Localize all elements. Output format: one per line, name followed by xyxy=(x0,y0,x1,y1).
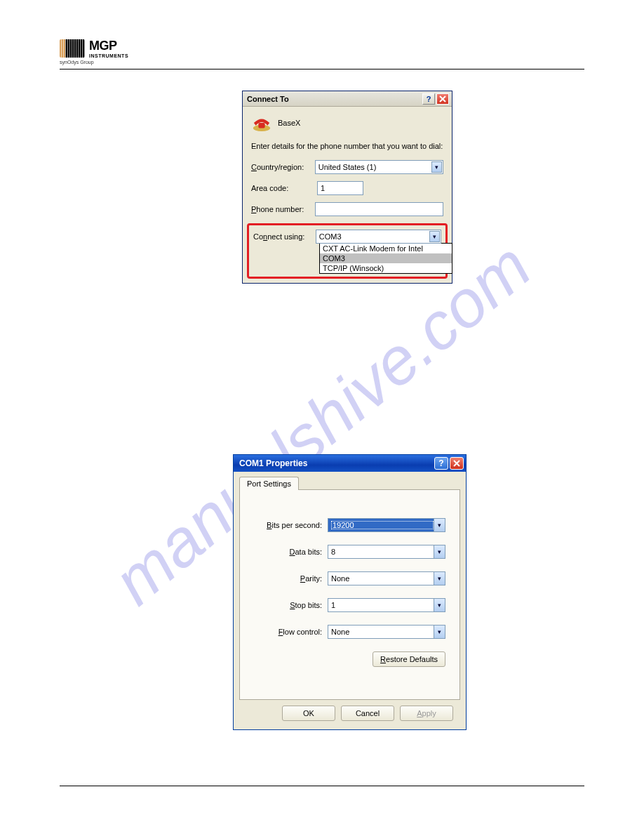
dropdown-option-selected[interactable]: COM3 xyxy=(320,253,452,263)
connect-to-dialog: Connect To ? xyxy=(242,91,452,284)
logo: MGP INSTRUMENTS synOdys Group xyxy=(60,39,584,65)
area-code-value: 1 xyxy=(321,184,325,192)
com-properties-dialog: COM1 Properties ? Port Settings Bits per… xyxy=(233,454,467,730)
phone-icon xyxy=(251,114,272,132)
phone-number-input[interactable] xyxy=(315,202,443,216)
flow-control-label: Flow control: xyxy=(279,628,322,636)
close-icon xyxy=(453,460,460,467)
connect-using-value: COM3 xyxy=(319,232,342,241)
restore-defaults-button[interactable]: Restore Defaults xyxy=(373,651,445,667)
chevron-down-icon: ▾ xyxy=(431,161,442,173)
chevron-down-icon: ▾ xyxy=(434,519,445,531)
country-combo[interactable]: United States (1) ▾ xyxy=(315,160,443,174)
connect-using-combo[interactable]: COM3 ▾ xyxy=(316,230,441,244)
help-button[interactable]: ? xyxy=(434,457,448,470)
dropdown-option[interactable]: CXT AC-Link Modem for Intel xyxy=(320,244,452,253)
ok-button[interactable]: OK xyxy=(282,706,335,721)
bits-per-second-value: 19200 xyxy=(331,521,434,529)
connect-using-label: Connect using: xyxy=(253,232,310,241)
dropdown-option[interactable]: TCP/IP (Winsock) xyxy=(320,263,452,273)
apply-button[interactable]: Apply xyxy=(400,706,453,721)
parity-label: Parity: xyxy=(300,574,322,583)
titlebar[interactable]: COM1 Properties ? xyxy=(234,455,466,472)
cancel-button[interactable]: Cancel xyxy=(341,706,394,721)
stop-bits-label: Stop bits: xyxy=(290,601,322,609)
bits-per-second-label: Bits per second: xyxy=(267,521,322,529)
phone-number-label: Phone number: xyxy=(251,205,309,213)
chevron-down-icon: ▾ xyxy=(434,599,445,611)
connect-using-dropdown[interactable]: CXT AC-Link Modem for Intel COM3 TCP/IP … xyxy=(319,243,452,274)
area-code-input[interactable]: 1 xyxy=(317,181,363,195)
country-value: United States (1) xyxy=(318,163,377,171)
bits-per-second-combo[interactable]: 19200 ▾ xyxy=(328,518,445,532)
stop-bits-combo[interactable]: 1 ▾ xyxy=(328,598,445,612)
highlight-annotation: Connect using: COM3 ▾ CXT AC-Link Modem … xyxy=(247,223,448,279)
logo-sub: INSTRUMENTS xyxy=(89,53,128,58)
chevron-down-icon: ▾ xyxy=(434,572,445,585)
dialog-title: COM1 Properties xyxy=(239,458,307,468)
svg-rect-1 xyxy=(258,123,264,128)
close-icon xyxy=(439,95,446,102)
data-bits-combo[interactable]: 8 ▾ xyxy=(328,545,445,559)
help-button[interactable]: ? xyxy=(422,93,435,105)
parity-value: None xyxy=(331,574,434,583)
area-code-label: Area code: xyxy=(251,184,311,192)
chevron-down-icon: ▾ xyxy=(434,626,445,638)
titlebar[interactable]: Connect To ? xyxy=(243,91,452,107)
connection-name: BaseX xyxy=(278,119,300,127)
stop-bits-value: 1 xyxy=(331,601,434,609)
data-bits-value: 8 xyxy=(331,548,434,556)
port-settings-panel: Bits per second: 19200 ▾ Data bits: 8 ▾ xyxy=(239,489,460,700)
instruction-text: Enter details for the phone number that … xyxy=(251,142,443,150)
chevron-down-icon: ▾ xyxy=(434,545,445,558)
parity-combo[interactable]: None ▾ xyxy=(328,571,445,585)
logo-graphic-icon xyxy=(60,39,85,58)
tab-port-settings[interactable]: Port Settings xyxy=(239,477,299,490)
chevron-down-icon: ▾ xyxy=(429,231,440,242)
flow-control-combo[interactable]: None ▾ xyxy=(328,625,445,639)
data-bits-label: Data bits: xyxy=(290,548,322,556)
flow-control-value: None xyxy=(331,628,434,636)
logo-group: synOdys Group xyxy=(60,60,584,65)
divider-bottom xyxy=(60,786,584,786)
country-label: Country/region: xyxy=(251,163,309,171)
close-button[interactable] xyxy=(450,457,464,470)
close-button[interactable] xyxy=(436,93,449,105)
logo-brand: MGP xyxy=(89,39,128,53)
dialog-title: Connect To xyxy=(247,95,289,103)
